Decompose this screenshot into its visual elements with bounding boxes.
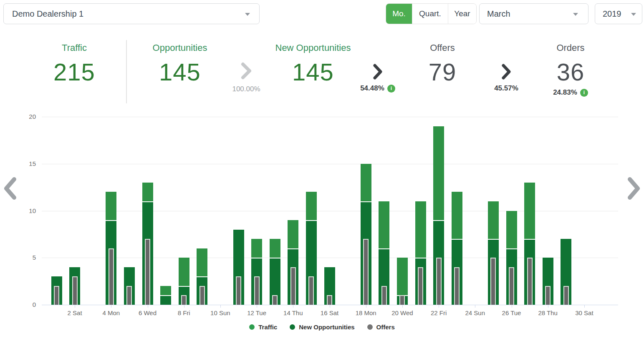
kpi-offers: Offers 79 [401,43,484,84]
y-axis-label: 5 [15,254,36,261]
x-axis-tick [548,305,548,308]
conversion-rate: 24.83% [553,88,577,97]
x-axis-label: 18 Mon [347,309,385,316]
bar-offers-day12[interactable] [254,276,260,305]
funnel-step-new-opportunities-rate: 54.48% i [353,43,403,93]
bar-offers-day14[interactable] [290,267,296,305]
kpi-opportunities: Opportunities 145 [138,43,222,84]
bar-offers-day5[interactable] [126,286,132,305]
caret-down-icon [573,13,578,16]
y-axis-label: 20 [15,113,36,120]
bar-offers-day21[interactable] [418,267,423,305]
prev-period-arrow[interactable] [3,176,18,202]
kpi-divider [126,40,127,103]
chart-legend: Traffic New Opportunities Offers [0,323,644,331]
bar-offers-day23[interactable] [454,267,460,305]
bar-offers-day11[interactable] [236,276,241,305]
y-axis-label: 0 [15,301,36,308]
bar-offers-day28[interactable] [545,286,551,305]
conversion-rate: 45.57% [494,84,518,93]
y-axis-label: 10 [15,207,36,214]
x-axis-label: 12 Tue [238,309,275,316]
caret-down-icon [245,13,250,16]
period-toggle-quarter[interactable]: Quart. [412,4,448,24]
x-axis-label: 22 Fri [420,309,457,316]
x-axis-tick [402,305,403,308]
x-axis-label: 10 Sun [202,309,239,316]
x-axis-label: 14 Thu [274,309,312,316]
kpi-offers-value: 79 [429,60,457,84]
bar-offers-day29[interactable] [563,286,569,305]
bar-offers-day26[interactable] [509,267,514,305]
y-axis-label: 15 [15,160,36,167]
kpi-orders-value: 36 [557,60,585,84]
info-icon[interactable]: i [580,89,588,97]
x-axis-label: 24 Sun [456,309,494,316]
year-select-value: 2019 [595,9,621,19]
bar-new-opportunities-day7[interactable] [160,295,171,305]
kpi-new-opportunities-label: New Opportunities [275,43,351,53]
chevron-right-icon [372,63,383,80]
month-select[interactable]: March [479,3,588,24]
bar-offers-day27[interactable] [527,258,533,305]
dealership-select[interactable]: Demo Dealership 1 [3,3,260,24]
bar-offers-day19[interactable] [381,286,387,305]
chevron-right-icon [501,63,512,80]
x-axis-label: 4 Mon [92,309,130,316]
x-axis-tick [366,305,366,308]
x-axis-label: 2 Sat [56,309,93,316]
kpi-orders: Orders 36 24.83% i [529,43,612,97]
x-axis-label: 28 Thu [529,309,567,316]
x-axis-tick [75,305,75,308]
legend-label: New Opportunities [299,323,354,331]
legend-dot-traffic [249,324,255,330]
dealership-dashboard: Demo Dealership 1 Mo. Quart. Year March … [0,0,644,341]
bar-offers-day13[interactable] [272,295,278,305]
legend-dot-offers [367,324,373,330]
x-axis-tick [512,305,512,308]
period-toggle-year[interactable]: Year [448,4,476,24]
legend-label: Traffic [258,323,277,331]
bar-offers-day4[interactable] [109,248,114,305]
caret-down-icon [631,13,636,16]
chevron-right-icon [626,176,641,201]
bar-offers-day15[interactable] [308,276,314,305]
x-axis-tick [293,305,293,308]
period-toggle-month[interactable]: Mo. [386,4,412,24]
conversion-rate: 100.00% [232,85,260,93]
next-period-arrow[interactable] [626,176,641,202]
legend-item-traffic[interactable]: Traffic [249,323,277,331]
x-axis-label: 20 Wed [384,309,421,316]
x-axis-tick [475,305,475,308]
bar-offers-day2[interactable] [72,276,78,305]
bar-offers-day25[interactable] [490,258,496,305]
bar-offers-day1[interactable] [54,286,59,305]
x-axis-tick [111,305,111,308]
chevron-left-icon [3,176,18,201]
bar-offers-day16[interactable] [327,295,332,305]
kpi-new-opportunities: New Opportunities 145 [259,43,367,84]
legend-item-new-opportunities[interactable]: New Opportunities [290,323,354,331]
bar-offers-day6[interactable] [145,239,150,305]
kpi-traffic-value: 215 [53,60,95,84]
x-axis-label: 8 Fri [165,309,203,316]
x-axis-tick [148,305,148,308]
dealership-select-value: Demo Dealership 1 [4,9,83,19]
x-axis-line [42,305,618,305]
bar-offers-day18[interactable] [363,239,369,305]
bar-offers-day8[interactable] [181,295,187,305]
gridline [42,164,618,164]
gridline [42,117,618,117]
x-axis-tick [330,305,330,308]
kpi-new-opportunities-value: 145 [292,60,334,84]
period-toggle: Mo. Quart. Year [386,3,477,24]
year-select[interactable]: 2019 [595,3,642,24]
bar-offers-day9[interactable] [200,286,205,305]
bar-offers-day20[interactable] [399,295,405,305]
legend-item-offers[interactable]: Offers [367,323,395,331]
x-axis-label: 26 Tue [493,309,530,316]
info-icon[interactable]: i [387,85,395,93]
x-axis-tick [257,305,257,308]
conversion-rate: 54.48% [360,84,384,93]
bar-offers-day22[interactable] [436,258,442,305]
